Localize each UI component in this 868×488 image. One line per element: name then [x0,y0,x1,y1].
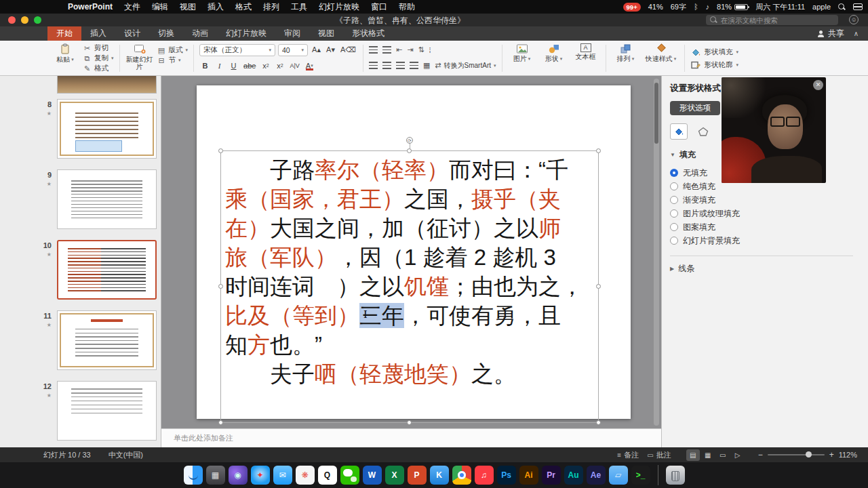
format-painter-button[interactable]: ✎格式 [83,64,114,73]
columns-icon[interactable]: ▦ [423,61,430,70]
increase-font-icon[interactable]: A▴ [311,45,322,56]
resize-handle-s[interactable] [407,420,412,425]
zoom-slider[interactable] [768,454,825,455]
dock-launchpad[interactable]: ▦ [206,466,225,485]
cut-button[interactable]: ✂剪切 [83,43,114,53]
bold-button[interactable]: B [199,60,211,71]
menu-item-3[interactable]: 视图 [180,1,196,13]
webcam-close-button[interactable]: ✕ [813,80,823,90]
volume-icon[interactable]: ♪ [706,3,710,11]
align-left-icon[interactable] [369,62,378,69]
ribbon-tab-幻灯片放映[interactable]: 幻灯片放映 [217,26,275,41]
resize-handle-e[interactable] [596,284,601,289]
close-window-button[interactable] [8,16,16,24]
menu-item-10[interactable]: 帮助 [399,1,415,13]
menu-item-8[interactable]: 幻灯片放映 [319,1,359,13]
ime-indicator[interactable]: 69字 [671,2,686,12]
line-section-header[interactable]: ▶ 线条 [670,256,853,274]
indent-increase-icon[interactable]: ⇥ [407,45,413,54]
canvas-scrollbar[interactable] [654,79,659,426]
ribbon-tab-形状格式[interactable]: 形状格式 [343,26,393,41]
menu-item-2[interactable]: 编辑 [152,1,168,13]
resize-handle-sw[interactable] [218,420,223,425]
zoom-level[interactable]: 112% [839,451,857,459]
dock-excel[interactable]: X [385,466,404,485]
language-indicator[interactable]: 中文(中国) [108,450,143,460]
slide-canvas[interactable]: ⟳ 子路率尔（轻率）而对曰：“千乘（国家，君王）之国，摄乎（夹在）大国之间，加（… [197,85,631,419]
clear-format-icon[interactable]: A⌫ [339,45,357,56]
reading-view-button[interactable]: ▭ [716,449,730,461]
zoom-window-button[interactable] [34,16,41,24]
collapse-ribbon-icon[interactable]: ∧ [854,30,859,37]
ribbon-tab-设计[interactable]: 设计 [115,26,149,41]
search-input[interactable] [721,16,829,24]
line-spacing-icon[interactable]: ⇅ [418,45,424,54]
dock-premiere[interactable]: Pr [542,466,561,485]
insert-picture-button[interactable]: 图片▾ [508,43,536,62]
notification-badge[interactable]: 99+ [623,3,641,12]
slide-thumbnail-11[interactable] [57,310,157,370]
fill-option-幻灯片背景填充[interactable]: 幻灯片背景填充 [670,234,868,247]
shape-outline-button[interactable]: 形状轮廓▾ [690,60,739,70]
resize-handle-se[interactable] [596,420,601,425]
resize-handle-ne[interactable] [596,148,601,153]
font-name-select[interactable]: 宋体（正文）▾ [199,44,275,56]
resize-handle-n[interactable] [407,148,412,153]
text-direction-icon[interactable]: ⁞ [429,46,431,54]
underline-button[interactable]: U [228,60,239,71]
comments-button[interactable]: ▭批注 [647,450,671,460]
dock-word[interactable]: W [363,466,382,485]
ribbon-tab-审阅[interactable]: 审阅 [275,26,309,41]
align-right-icon[interactable] [396,62,405,69]
feedback-smiley-icon[interactable]: ☺ [849,15,859,24]
character-spacing-button[interactable]: A|V [288,60,300,71]
dock-siri[interactable]: ◉ [229,466,248,485]
ribbon-tab-插入[interactable]: 插入 [81,26,115,41]
quick-styles-button[interactable]: 快速样式▾ [644,43,679,62]
font-color-button[interactable]: A▾ [304,60,315,71]
indent-decrease-icon[interactable]: ⇤ [396,45,402,54]
dock-wechat[interactable] [340,466,359,485]
bluetooth-icon[interactable]: ᛒ [694,3,698,11]
document-search[interactable] [706,15,838,25]
insert-textbox-button[interactable]: A 文本框 [572,43,600,60]
dock-chrome[interactable] [452,466,471,485]
justify-icon[interactable] [410,62,418,69]
minimize-window-button[interactable] [21,16,28,24]
capture-percent[interactable]: 41% [648,3,663,11]
dock-terminal[interactable]: >_ [631,466,650,485]
resize-handle-w[interactable] [218,284,223,289]
italic-button[interactable]: I [214,60,225,71]
zoom-in-button[interactable]: + [829,450,834,460]
menubar-clock[interactable]: 周六 下午11:11 [755,2,805,12]
dock-powerpoint[interactable]: P [408,466,427,485]
decrease-font-icon[interactable]: A▾ [325,45,336,56]
menu-item-7[interactable]: 工具 [291,1,307,13]
menu-item-0[interactable]: PowerPoint [68,2,113,12]
copy-button[interactable]: ⧉复制▾ [83,54,114,63]
notes-area[interactable]: 单击此处添加备注 [161,428,661,447]
menu-item-1[interactable]: 文件 [124,1,140,13]
ribbon-tab-开始[interactable]: 开始 [47,26,81,41]
share-button[interactable]: 共享 [817,28,844,39]
subscript-button[interactable]: x2 [274,60,285,71]
notes-button[interactable]: ≡备注 [617,450,639,460]
convert-smartart-button[interactable]: ⇄ 转换为SmartArt▾ [435,61,496,70]
slideshow-button[interactable]: ▷ [731,449,745,461]
insert-shapes-button[interactable]: 形状▾ [540,43,568,62]
dock-qq[interactable]: Q [318,466,337,485]
fill-option-图案填充[interactable]: 图案填充 [670,220,868,234]
section-button[interactable]: ⊟节▾ [157,56,189,65]
slide-text[interactable]: 子路率尔（轻率）而对曰：“千乘（国家，君王）之国，摄乎（夹在）大国之间，加（征讨… [225,155,594,388]
shape-fill-button[interactable]: 形状填充▾ [690,47,739,57]
dock-photos[interactable]: ❋ [296,466,315,485]
zoom-out-button[interactable]: − [758,450,763,460]
dock-keynote[interactable]: K [430,466,449,485]
dock-music[interactable]: ♫ [475,466,494,485]
ribbon-tab-动画[interactable]: 动画 [183,26,217,41]
superscript-button[interactable]: x2 [260,60,271,71]
dock-mail[interactable]: ✉ [273,466,292,485]
menu-item-6[interactable]: 排列 [263,1,279,13]
shape-options-tab[interactable]: 形状选项 [670,101,720,115]
slide-sorter-view-button[interactable]: ▦ [701,449,715,461]
